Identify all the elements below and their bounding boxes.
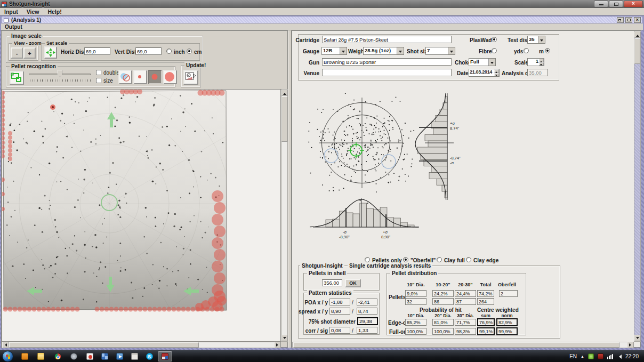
tray-volume-icon[interactable] [617, 355, 622, 359]
scroll-down-arrow[interactable] [634, 335, 641, 341]
full-30 [455, 328, 476, 335]
marker-style-medium-button[interactable] [148, 70, 162, 84]
taskbar-app-gray[interactable] [67, 351, 80, 361]
taskbar-media-player[interactable] [113, 351, 126, 361]
right-vscrollbar[interactable] [634, 31, 641, 342]
panel-splitter[interactable] [288, 30, 292, 348]
taskbar-app-window[interactable] [128, 351, 141, 361]
menu-view[interactable]: View [22, 9, 44, 15]
choke-combo[interactable]: Full [469, 58, 496, 66]
combo-arrow-icon[interactable] [448, 47, 455, 54]
m-radio[interactable] [545, 48, 550, 53]
window-titlebar: Shotgun-Insight × [0, 0, 644, 8]
pellets-in-shell-input[interactable] [322, 279, 342, 286]
spread-y-field [357, 308, 377, 315]
vert-dist-input[interactable] [135, 47, 162, 55]
scroll-left-arrow[interactable] [2, 342, 9, 348]
menu-help[interactable]: Help! [43, 9, 66, 15]
tray-clock[interactable]: 22:20 [625, 353, 639, 359]
horiz-dist-input[interactable] [84, 47, 110, 55]
close-button[interactable]: × [624, 1, 643, 7]
scroll-down-arrow[interactable] [281, 335, 288, 341]
set-scale-group: Set scale Horiz Dist Vert Dist inch cm [41, 43, 200, 61]
combo-arrow-icon[interactable] [488, 59, 495, 66]
date-label: Date [457, 70, 469, 76]
yds-radio[interactable] [524, 48, 529, 53]
tray-language[interactable]: EN [569, 353, 577, 359]
size-checkbox[interactable] [96, 78, 101, 83]
taskbar-app-orange[interactable] [18, 351, 31, 361]
weight-combo[interactable]: 28.5g (1oz) [363, 47, 404, 55]
tray-green-icon[interactable] [588, 353, 594, 359]
taskbar-shotgun-insight[interactable] [158, 351, 172, 361]
minimize-button[interactable] [594, 1, 608, 7]
start-button[interactable] [2, 351, 13, 362]
gun-input[interactable] [322, 58, 452, 66]
mdi-window-icon [4, 18, 9, 22]
system-tray: EN ▲ 22:20 [569, 350, 644, 362]
inch-radio[interactable] [166, 49, 172, 54]
tray-network-icon[interactable] [607, 354, 613, 359]
left-vscrollbar[interactable] [281, 89, 288, 342]
slash: / [352, 300, 353, 305]
test-dist-combo[interactable]: 35 [527, 36, 545, 44]
right-hscroll-thumb[interactable] [293, 342, 619, 348]
menu-input[interactable]: Input [0, 9, 22, 15]
scroll-up-arrow[interactable] [281, 90, 288, 96]
spin-down-icon[interactable] [539, 62, 544, 66]
mdi-close-button[interactable]: × [634, 17, 641, 23]
scroll-right-arrow[interactable] [274, 342, 280, 348]
tray-antivirus-icon[interactable] [598, 353, 603, 359]
update-button[interactable] [183, 70, 198, 85]
venue-input[interactable] [322, 69, 452, 76]
date-spinner[interactable]: 21.03.2014 [469, 69, 500, 77]
clay-edge-radio[interactable] [466, 257, 471, 262]
pellets-only-radio[interactable] [365, 257, 370, 262]
diameter-label: 75% shot diameter [299, 319, 356, 325]
region-select-button[interactable] [10, 71, 24, 85]
spin-down-icon[interactable] [494, 73, 499, 77]
left-vscroll-thumb[interactable] [281, 96, 287, 142]
clay-full-radio[interactable] [437, 257, 442, 262]
taskbar-skype[interactable]: S [143, 351, 156, 361]
cartridge-input[interactable] [322, 36, 452, 43]
right-hscrollbar[interactable] [292, 342, 634, 348]
zoom-out-button[interactable]: - [11, 47, 23, 59]
left-hscroll-thumb[interactable] [9, 342, 199, 348]
shot-size-combo[interactable]: 7 [425, 47, 455, 55]
taskbar-chrome[interactable] [51, 351, 64, 361]
double-checkbox[interactable] [96, 70, 101, 75]
combo-arrow-icon[interactable] [397, 47, 404, 54]
zoom-in-button[interactable]: + [23, 47, 36, 59]
col-header: 10-20" [432, 282, 454, 287]
move-scale-button[interactable] [44, 46, 57, 59]
oberfell-radio[interactable] [403, 257, 408, 262]
target-photo[interactable] [2, 90, 281, 342]
ok-button[interactable]: OK [345, 279, 361, 287]
mdi-minimize-button[interactable] [617, 17, 624, 23]
taskbar-app-red[interactable] [83, 351, 96, 361]
maximize-button[interactable] [609, 1, 623, 7]
scroll-right-arrow[interactable] [627, 342, 633, 348]
cm-radio[interactable] [187, 49, 192, 54]
fibre-radio[interactable] [492, 48, 497, 53]
left-hscrollbar[interactable] [2, 342, 281, 348]
plaswad-radio[interactable] [492, 37, 497, 42]
marker-style-small-button[interactable] [133, 70, 147, 84]
scroll-up-arrow[interactable] [634, 31, 641, 38]
target-image-viewport[interactable] [2, 89, 281, 342]
gauge-combo[interactable]: 12B [321, 47, 347, 55]
combo-arrow-icon[interactable] [340, 47, 347, 54]
marker-style-none-button[interactable] [118, 70, 132, 84]
mdi-titlebar[interactable]: (Analysis 1) × [1, 16, 643, 23]
sensitivity-slider-thumb[interactable] [58, 70, 62, 77]
right-vscroll-thumb[interactable] [634, 38, 640, 64]
taskbar-app-blue-grid[interactable] [98, 351, 111, 361]
mdi-restore-button[interactable] [625, 17, 632, 23]
tray-expand-icon[interactable]: ▲ [581, 355, 584, 358]
marker-style-large-button[interactable] [163, 70, 177, 84]
scale-spinner[interactable]: 1 [527, 58, 544, 66]
taskbar-explorer[interactable] [34, 351, 47, 361]
dist-pct-10 [405, 290, 426, 297]
combo-arrow-icon[interactable] [538, 36, 545, 43]
